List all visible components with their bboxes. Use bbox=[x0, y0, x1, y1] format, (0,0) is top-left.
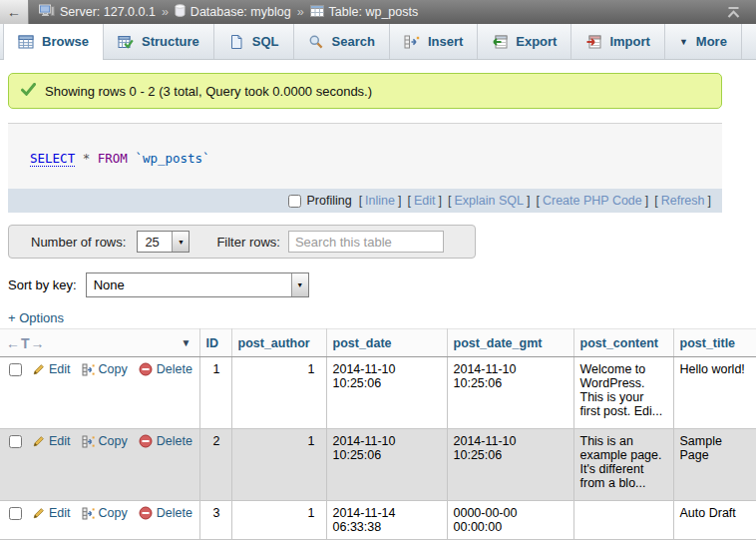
tab-export[interactable]: Export bbox=[478, 24, 571, 59]
column-header-post-title[interactable]: post_title bbox=[673, 329, 756, 357]
collapse-top-icon[interactable] bbox=[725, 6, 742, 19]
table-header-row: ←T→ ▼ ID post_author post_date post_date… bbox=[0, 329, 756, 357]
column-header-post-date-gmt[interactable]: post_date_gmt bbox=[447, 329, 573, 357]
tab-import[interactable]: Import bbox=[571, 24, 664, 59]
insert-icon bbox=[404, 34, 420, 50]
tab-import-label: Import bbox=[609, 34, 649, 49]
filter-rows-label: Filter rows: bbox=[216, 235, 280, 250]
cell-post-date: 2014-11-10 10:25:06 bbox=[326, 429, 447, 501]
profiling-checkbox[interactable] bbox=[288, 195, 301, 208]
table-icon bbox=[310, 5, 324, 20]
cell-id: 2 bbox=[199, 429, 231, 501]
explain-sql-link[interactable]: Explain SQL bbox=[454, 194, 523, 208]
row-actions-cell: Edit Copy Delete bbox=[0, 357, 199, 429]
edit-pencil-icon bbox=[32, 507, 45, 520]
tab-search[interactable]: Search bbox=[294, 24, 390, 59]
column-reorder-icon[interactable]: ←T→ bbox=[6, 335, 46, 351]
copy-row-button[interactable]: Copy bbox=[82, 506, 128, 520]
breadcrumb: Server: 127.0.0.1 » Database: myblog » T… bbox=[39, 4, 418, 21]
delete-row-button[interactable]: Delete bbox=[139, 362, 192, 376]
column-header-post-content[interactable]: post_content bbox=[573, 329, 673, 357]
sql-keyword-select[interactable]: SELECT bbox=[30, 151, 75, 167]
breadcrumb-table[interactable]: Table: wp_posts bbox=[310, 5, 419, 20]
row-select-checkbox[interactable] bbox=[9, 435, 22, 448]
sort-by-key-select[interactable]: None ▼ bbox=[86, 272, 309, 297]
edit-row-button[interactable]: Edit bbox=[32, 362, 71, 376]
cell-post-author: 1 bbox=[231, 501, 326, 540]
chevron-down-icon: ▼ bbox=[679, 37, 688, 47]
bracket: ] bbox=[439, 194, 442, 208]
column-header-post-author[interactable]: post_author bbox=[231, 329, 326, 357]
sort-by-key-value: None bbox=[87, 273, 291, 296]
delete-row-button[interactable]: Delete bbox=[139, 434, 192, 448]
cell-post-title: Sample Page bbox=[673, 429, 756, 501]
delete-icon bbox=[139, 506, 153, 520]
bracket: ] bbox=[645, 194, 648, 208]
tab-more[interactable]: ▼ More bbox=[665, 24, 742, 59]
filter-rows-input[interactable] bbox=[288, 231, 444, 253]
cell-id: 3 bbox=[199, 501, 231, 540]
breadcrumb-server[interactable]: Server: 127.0.0.1 bbox=[39, 4, 156, 21]
bracket: [ bbox=[536, 194, 539, 208]
edit-row-button[interactable]: Edit bbox=[32, 434, 71, 448]
back-arrow-icon: ← bbox=[7, 4, 21, 20]
tab-search-label: Search bbox=[332, 34, 375, 49]
copy-label: Copy bbox=[99, 434, 128, 448]
browse-icon bbox=[18, 34, 34, 50]
search-icon bbox=[308, 34, 324, 50]
row-select-checkbox[interactable] bbox=[9, 363, 22, 376]
delete-row-button[interactable]: Delete bbox=[139, 506, 192, 520]
export-icon bbox=[492, 34, 508, 50]
tab-insert[interactable]: Insert bbox=[390, 24, 478, 59]
row-select-checkbox[interactable] bbox=[9, 507, 22, 520]
column-header-post-date[interactable]: post_date bbox=[326, 329, 447, 357]
bracket: [ bbox=[359, 194, 362, 208]
dropdown-arrow-icon: ▼ bbox=[172, 232, 189, 252]
create-php-code-link[interactable]: Create PHP Code bbox=[543, 194, 642, 208]
sort-by-key-label: Sort by key: bbox=[8, 277, 77, 292]
tab-structure[interactable]: Structure bbox=[104, 24, 214, 59]
copy-label: Copy bbox=[99, 362, 128, 376]
row-actions-cell: Edit Copy Delete bbox=[0, 501, 199, 540]
edit-row-button[interactable]: Edit bbox=[32, 506, 71, 520]
cell-post-content bbox=[573, 501, 673, 540]
breadcrumb-separator: » bbox=[162, 5, 169, 19]
edit-pencil-icon bbox=[32, 435, 45, 448]
breadcrumb-database[interactable]: Database: myblog bbox=[175, 4, 291, 20]
delete-icon bbox=[139, 434, 153, 448]
delete-label: Delete bbox=[157, 506, 192, 520]
copy-icon bbox=[82, 435, 95, 448]
dropdown-arrow-icon: ▼ bbox=[291, 273, 308, 296]
column-header-id[interactable]: ID bbox=[199, 329, 231, 357]
tab-sql-label: SQL bbox=[252, 34, 279, 49]
delete-label: Delete bbox=[157, 362, 192, 376]
inline-link[interactable]: Inline bbox=[365, 194, 395, 208]
status-message: Showing rows 0 - 2 (3 total, Query took … bbox=[8, 73, 722, 109]
bracket: ] bbox=[708, 194, 711, 208]
tab-browse[interactable]: Browse bbox=[3, 24, 104, 59]
delete-label: Delete bbox=[157, 434, 192, 448]
refresh-link[interactable]: Refresh bbox=[661, 194, 705, 208]
breadcrumb-server-label: Server: 127.0.0.1 bbox=[60, 5, 156, 19]
sql-query-text: SELECT * FROM `wp_posts` bbox=[8, 124, 722, 189]
table-row: Edit Copy Delete 2 1 2014-11-10 1 bbox=[0, 429, 756, 501]
back-button[interactable]: ← bbox=[0, 0, 29, 24]
breadcrumb-database-label: Database: myblog bbox=[190, 5, 291, 19]
edit-pencil-icon bbox=[32, 363, 45, 376]
edit-label: Edit bbox=[49, 434, 71, 448]
options-toggle-link[interactable]: + Options bbox=[8, 310, 64, 325]
cell-post-date-gmt: 0000-00-00 00:00:00 bbox=[447, 501, 573, 540]
number-of-rows-select[interactable]: 25 ▼ bbox=[137, 231, 189, 253]
copy-row-button[interactable]: Copy bbox=[82, 434, 128, 448]
bracket: ] bbox=[527, 194, 530, 208]
copy-icon bbox=[82, 507, 95, 520]
tab-insert-label: Insert bbox=[428, 34, 463, 49]
sql-table-identifier: `wp_posts` bbox=[135, 151, 209, 166]
sort-dropdown-icon[interactable]: ▼ bbox=[182, 337, 191, 348]
cell-post-author: 1 bbox=[231, 429, 326, 501]
tab-sql[interactable]: SQL bbox=[214, 24, 294, 59]
copy-row-button[interactable]: Copy bbox=[82, 362, 128, 376]
cell-post-content: Welcome to WordPress. This is your first… bbox=[573, 357, 673, 429]
cell-post-date: 2014-11-14 06:33:38 bbox=[326, 501, 447, 540]
edit-query-link[interactable]: Edit bbox=[414, 194, 436, 208]
